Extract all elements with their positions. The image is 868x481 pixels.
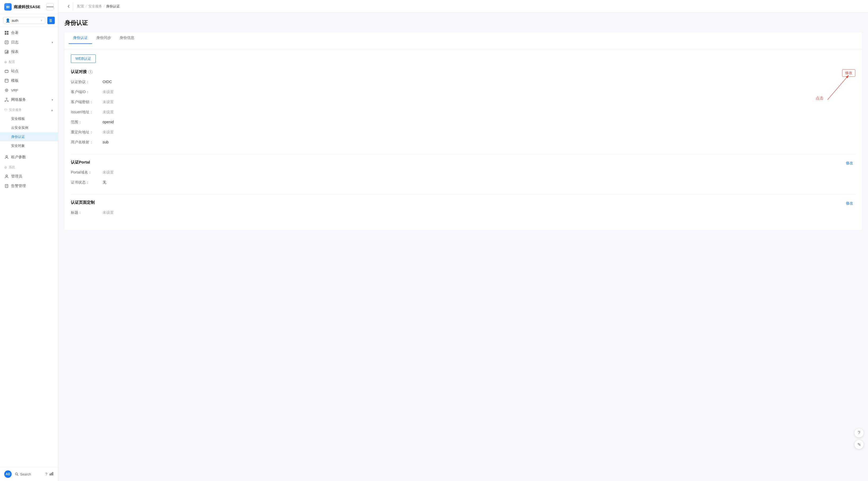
sidebar-item-hecheng[interactable]: 合著 bbox=[0, 28, 58, 37]
svg-rect-34 bbox=[50, 474, 51, 476]
sidebar-item-label: 网络服务 bbox=[11, 97, 49, 102]
modify-button-portal[interactable]: 修改 bbox=[844, 160, 855, 167]
shield-icon: 🛡 bbox=[4, 108, 7, 112]
search-input[interactable] bbox=[12, 19, 39, 23]
svg-rect-11 bbox=[6, 52, 6, 53]
search-button[interactable] bbox=[47, 17, 55, 24]
chevron-up-icon: ▲ bbox=[51, 108, 54, 112]
annotation-container: 修改 点击 bbox=[771, 69, 855, 112]
sidebar-item-label: VRF bbox=[11, 88, 54, 92]
svg-rect-16 bbox=[7, 70, 7, 71]
chevron-down-icon: ▼ bbox=[51, 41, 54, 44]
sidebar-search-bar: 👤 ▼ bbox=[0, 14, 58, 27]
svg-rect-15 bbox=[6, 70, 6, 71]
breadcrumb-item-security[interactable]: 安全服务 bbox=[88, 4, 102, 9]
float-help-button[interactable]: ? bbox=[854, 428, 864, 438]
float-edit-button[interactable]: ✎ bbox=[854, 440, 864, 449]
svg-rect-12 bbox=[7, 51, 7, 53]
system-icon: ⚙ bbox=[4, 166, 7, 169]
nav-security-section: 安全模板 云安全实例 身份认证 安全对象 bbox=[0, 113, 58, 151]
breadcrumb-sep: / bbox=[86, 4, 87, 8]
svg-rect-6 bbox=[7, 33, 8, 35]
app-name: 南凌科技SASE bbox=[14, 4, 40, 9]
sidebar-item-label: 站点 bbox=[11, 69, 54, 73]
avatar[interactable]: AD bbox=[4, 471, 12, 478]
section-tab-web[interactable]: WEB认证 bbox=[71, 55, 96, 63]
tab-shenfentongbu[interactable]: 身份同步 bbox=[92, 32, 115, 44]
log-icon bbox=[4, 40, 9, 45]
page-title: 身份认证 bbox=[65, 19, 862, 27]
svg-line-26 bbox=[7, 100, 8, 101]
topbar: 配置 / 安全服务 / 身份认证 bbox=[58, 0, 868, 13]
field-client-id: 客户端ID： 未设置 bbox=[71, 89, 855, 95]
svg-rect-5 bbox=[5, 33, 6, 35]
svg-line-38 bbox=[828, 75, 849, 100]
sidebar-bottom: AD Search ? bbox=[0, 467, 58, 481]
svg-rect-0 bbox=[50, 19, 52, 20]
svg-rect-1 bbox=[50, 20, 52, 21]
sidebar-item-yunanquan[interactable]: 云安全实例 bbox=[0, 123, 58, 132]
sidebar-item-zuhucansu[interactable]: 租户参数 bbox=[0, 152, 58, 162]
search-input-wrap[interactable]: 👤 ▼ bbox=[3, 17, 45, 24]
stats-icon[interactable] bbox=[50, 472, 54, 477]
sidebar-item-wangluofuwu[interactable]: 网络服务 ▼ bbox=[0, 95, 58, 104]
site-icon bbox=[4, 69, 9, 73]
user-icon: 👤 bbox=[5, 18, 10, 23]
question-icon: ? bbox=[858, 430, 860, 435]
alarm-icon bbox=[4, 184, 9, 188]
sidebar-item-vrf[interactable]: VRF bbox=[0, 86, 58, 95]
tab-shenfenrenzheng[interactable]: 身份认证 bbox=[69, 32, 92, 44]
nav-misc-section: 租户参数 bbox=[0, 151, 58, 163]
svg-rect-4 bbox=[7, 31, 8, 33]
help-icon[interactable]: ? bbox=[45, 472, 47, 477]
svg-rect-36 bbox=[52, 472, 53, 476]
grid-icon bbox=[4, 30, 9, 35]
auth-docking-title: 认证对接 ℹ bbox=[71, 69, 855, 74]
report-icon bbox=[4, 50, 9, 54]
sidebar-item-label: 模板 bbox=[11, 78, 54, 83]
breadcrumb-item-config[interactable]: 配置 bbox=[77, 4, 84, 9]
svg-rect-17 bbox=[5, 79, 8, 82]
svg-rect-35 bbox=[51, 473, 52, 476]
sidebar-item-anquanduixiang[interactable]: 安全对象 bbox=[0, 141, 58, 150]
svg-point-27 bbox=[6, 156, 7, 157]
info-icon[interactable]: ℹ bbox=[88, 70, 93, 74]
sidebar-item-label: 租户参数 bbox=[11, 155, 54, 159]
modify-button-page[interactable]: 修改 bbox=[844, 200, 855, 207]
sidebar-item-shenfenrenzheng[interactable]: 身份认证 bbox=[0, 132, 58, 141]
nav-group-system: ⚙ 系统 bbox=[0, 163, 58, 171]
svg-rect-3 bbox=[5, 31, 6, 33]
sidebar-item-anquanmoban[interactable]: 安全模板 bbox=[0, 114, 58, 123]
svg-line-25 bbox=[5, 100, 7, 101]
svg-point-32 bbox=[16, 473, 18, 475]
sidebar-item-label: 告警管理 bbox=[11, 184, 54, 188]
svg-point-28 bbox=[6, 175, 7, 177]
vrf-icon bbox=[4, 88, 9, 93]
auth-page-title: 认证页面定制 bbox=[71, 200, 855, 205]
sidebar-item-zhandian[interactable]: 站点 bbox=[0, 66, 58, 76]
edit-icon: ✎ bbox=[858, 442, 861, 447]
nav-system-section: 管理员 告警管理 bbox=[0, 171, 58, 192]
sidebar-item-moban[interactable]: 模板 bbox=[0, 76, 58, 86]
menu-toggle-button[interactable] bbox=[46, 3, 54, 10]
annotation-arrow bbox=[781, 69, 855, 112]
logo: 南凌科技SASE bbox=[4, 3, 40, 10]
field-title: 标题： 未设置 bbox=[71, 209, 855, 216]
bottom-search-button[interactable]: Search bbox=[15, 472, 42, 476]
sidebar-item-label: 日志 bbox=[11, 40, 49, 45]
divider-2 bbox=[71, 194, 855, 195]
content-area: 身份认证 身份认证 身份同步 身份信息 WEB认证 认证对接 ℹ bbox=[58, 13, 868, 481]
auth-docking-section: 认证对接 ℹ 修改 点击 bbox=[71, 69, 855, 146]
svg-rect-23 bbox=[7, 101, 8, 101]
tab-shenfenxinxi[interactable]: 身份信息 bbox=[115, 32, 138, 44]
sidebar-item-baobiao[interactable]: 报表 bbox=[0, 47, 58, 57]
sidebar-item-rizhi[interactable]: 日志 ▼ bbox=[0, 37, 58, 47]
sidebar-item-gaojing[interactable]: 告警管理 bbox=[0, 181, 58, 191]
svg-rect-14 bbox=[5, 70, 8, 72]
breadcrumb-current: 身份认证 bbox=[106, 4, 120, 9]
sidebar-item-guanliyuan[interactable]: 管理员 bbox=[0, 172, 58, 181]
svg-rect-29 bbox=[5, 184, 8, 188]
collapse-sidebar-button[interactable] bbox=[65, 2, 73, 10]
breadcrumb: 配置 / 安全服务 / 身份认证 bbox=[77, 4, 120, 9]
svg-rect-7 bbox=[5, 41, 8, 44]
